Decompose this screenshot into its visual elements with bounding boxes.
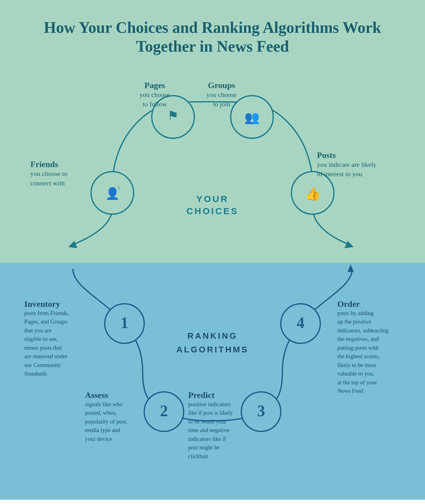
right-arrow-head xyxy=(345,241,354,248)
posts-icon: 👍 xyxy=(305,186,321,201)
inventory-title: Inventory xyxy=(24,299,69,309)
inventory-desc: posts from Friends,Pages, and Groupsthat… xyxy=(24,309,69,378)
number-4: 4 xyxy=(297,314,304,331)
groups-label: Groups you chooseto join xyxy=(206,81,237,109)
ranking-label: RANKING xyxy=(187,331,238,341)
your-choices-label: YOUR xyxy=(196,194,229,204)
pages-desc: you chooseto follow xyxy=(140,90,170,109)
pages-title: Pages xyxy=(140,81,170,90)
top-right-arrow xyxy=(348,264,354,272)
friends-plus-icon: + xyxy=(117,184,121,191)
top-section: How Your Choices and Ranking Algorithms … xyxy=(0,0,425,263)
friends-label: Friends you choose toconnect with xyxy=(30,159,67,188)
predict-label: Predict positive indicatorslike if post … xyxy=(188,390,233,461)
left-arrow-head xyxy=(68,241,77,248)
choices-area: ⚑ 👥 👤 + 👍 YOUR CHOICES Pages you chooset… xyxy=(12,74,413,263)
order-desc: posts by addingup the positiveindicators… xyxy=(337,309,389,396)
bottom-section: 1 2 3 4 RANKING ALGORITHMS Inventory pos… xyxy=(0,263,425,500)
algorithms-label: ALGORITHMS xyxy=(176,345,249,354)
predict-title: Predict xyxy=(188,390,233,400)
number-1: 1 xyxy=(121,314,128,331)
pages-icon: ⚑ xyxy=(167,109,179,123)
main-title: How Your Choices and Ranking Algorithms … xyxy=(12,18,413,56)
assess-title: Assess xyxy=(85,390,127,400)
groups-title: Groups xyxy=(206,81,237,90)
bottom-diagram-area: 1 2 3 4 RANKING ALGORITHMS Inventory pos… xyxy=(12,263,413,475)
number-3: 3 xyxy=(257,402,265,420)
posts-desc: you indicate are likelyof interest to yo… xyxy=(317,160,376,179)
order-title: Order xyxy=(337,299,389,309)
inventory-label: Inventory posts from Friends,Pages, and … xyxy=(24,299,69,378)
top-arc xyxy=(112,102,313,187)
pages-label: Pages you chooseto follow xyxy=(140,81,170,109)
posts-title: Posts xyxy=(317,150,376,160)
assess-desc: signals like whoposted, when,popularity … xyxy=(85,400,127,444)
friends-desc: you choose toconnect with xyxy=(30,169,67,188)
predict-desc: positive indicatorslike if post is likel… xyxy=(188,400,233,461)
order-label: Order posts by addingup the positiveindi… xyxy=(337,299,389,396)
friends-title: Friends xyxy=(30,159,67,169)
groups-desc: you chooseto join xyxy=(206,90,237,109)
choices-label: CHOICES xyxy=(186,206,239,216)
assess-label: Assess signals like whoposted, when,popu… xyxy=(85,390,127,444)
groups-icon: 👥 xyxy=(244,110,260,125)
number-2: 2 xyxy=(160,402,168,420)
posts-label: Posts you indicate are likelyof interest… xyxy=(317,150,376,179)
